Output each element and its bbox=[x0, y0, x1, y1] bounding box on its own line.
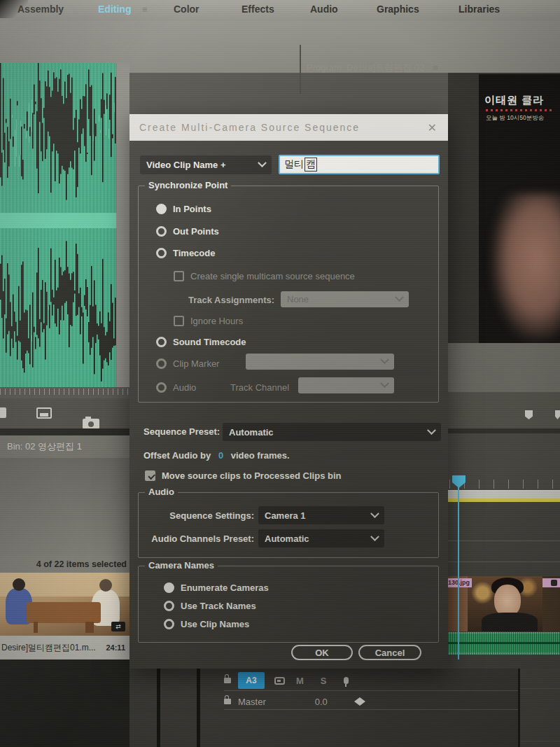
radio-timecode[interactable]: Timecode bbox=[156, 246, 215, 260]
checkbox-checked-icon[interactable] bbox=[145, 470, 155, 481]
audio-channels-label: Audio Channels Preset: bbox=[139, 533, 254, 544]
program-monitor-frame[interactable]: 이태원 클라 오늘 밤 10시50분방송 bbox=[479, 74, 560, 343]
work-area-bar[interactable] bbox=[448, 490, 560, 498]
radio-icon[interactable] bbox=[164, 619, 174, 629]
close-icon[interactable]: ✕ bbox=[428, 121, 438, 134]
radio-clip-marker[interactable]: Clip Marker bbox=[156, 356, 219, 370]
radio-use-track-names[interactable]: Use Track Names bbox=[164, 599, 256, 613]
checkbox-single-multicam[interactable]: Create single multicam source sequence bbox=[174, 269, 355, 283]
project-bin-panel[interactable] bbox=[0, 458, 130, 556]
radio-selected-icon[interactable] bbox=[164, 582, 174, 593]
radio-icon[interactable] bbox=[164, 601, 174, 611]
checkbox-ignore-hours[interactable]: Ignore Hours bbox=[174, 314, 243, 328]
track-divider bbox=[448, 540, 560, 541]
radio-icon[interactable] bbox=[156, 248, 167, 258]
playhead-line[interactable] bbox=[458, 487, 459, 659]
radio-selected-icon[interactable] bbox=[156, 204, 167, 214]
track-divider bbox=[224, 709, 518, 710]
timeline-scroll-area bbox=[520, 669, 560, 747]
track-lock-icon[interactable] bbox=[224, 678, 231, 683]
source-monitor-toolbar bbox=[0, 398, 130, 428]
panel-edge bbox=[157, 669, 160, 747]
tab-libraries[interactable]: Libraries bbox=[458, 4, 500, 15]
dialog-titlebar[interactable]: Create Multi-Camera Source Sequence ✕ bbox=[130, 114, 448, 141]
clip-frame-art bbox=[468, 576, 542, 631]
audio-channels-dropdown[interactable]: Automatic bbox=[258, 529, 384, 547]
sequence-preset-value: Automatic bbox=[229, 427, 274, 438]
radio-icon[interactable] bbox=[156, 226, 167, 237]
track-lock-icon[interactable] bbox=[224, 699, 231, 704]
offset-prefix: Offset Audio by bbox=[144, 450, 211, 461]
bin-clip-thumbnail[interactable]: ⇄ bbox=[0, 573, 130, 636]
mute-button[interactable]: M bbox=[296, 676, 304, 686]
radio-icon[interactable] bbox=[156, 337, 167, 347]
master-level-value[interactable]: 0.0 bbox=[315, 697, 328, 707]
clip-name-preset-dropdown[interactable]: Video Clip Name + bbox=[140, 155, 272, 174]
clip-figure-body bbox=[482, 613, 538, 631]
source-time-ruler[interactable] bbox=[0, 387, 130, 398]
radio-label: Use Clip Names bbox=[181, 619, 249, 629]
ok-button[interactable]: OK bbox=[291, 645, 353, 660]
tab-assembly[interactable]: Assembly bbox=[18, 4, 64, 15]
video-clip[interactable]: 0710130.jpg bbox=[448, 576, 560, 631]
camera-icon[interactable] bbox=[83, 419, 99, 429]
solo-button[interactable]: S bbox=[321, 676, 327, 686]
timeline-panel[interactable]: 0710130.jpg bbox=[448, 392, 560, 669]
panel-gap-strip bbox=[448, 343, 560, 392]
clip-label[interactable]: 0710130.jpg bbox=[448, 578, 472, 587]
workspace-menu-icon[interactable]: ≡ bbox=[142, 4, 148, 15]
offset-value-hot-text[interactable]: 0 bbox=[218, 450, 223, 461]
group-label: Camera Names bbox=[145, 560, 218, 571]
track-divider bbox=[520, 741, 560, 741]
export-frame-icon[interactable] bbox=[36, 407, 52, 419]
cancel-button[interactable]: Cancel bbox=[358, 645, 421, 660]
ruler-ticks bbox=[0, 389, 130, 395]
radio-enumerate-cameras[interactable]: Enumerate Cameras bbox=[164, 580, 269, 594]
ime-composing-text: 캠 bbox=[304, 158, 317, 172]
tab-editing[interactable]: Editing bbox=[98, 4, 131, 15]
timeline-band bbox=[448, 428, 560, 433]
radio-in-points[interactable]: In Points bbox=[156, 202, 211, 216]
radio-icon[interactable] bbox=[156, 382, 167, 393]
tab-color[interactable]: Color bbox=[174, 4, 200, 15]
radio-audio[interactable]: Audio bbox=[156, 380, 196, 394]
sequence-settings-dropdown[interactable]: Camera 1 bbox=[258, 506, 384, 524]
voiceover-record-icon[interactable] bbox=[344, 677, 349, 684]
radio-out-points[interactable]: Out Points bbox=[156, 224, 219, 238]
audio-waveform bbox=[0, 63, 116, 387]
checkbox-icon[interactable] bbox=[174, 316, 184, 326]
master-track-header: Master 0.0 bbox=[224, 692, 518, 711]
clip-label-right[interactable] bbox=[542, 578, 560, 587]
tab-audio[interactable]: Audio bbox=[310, 4, 338, 15]
tab-effects[interactable]: Effects bbox=[241, 4, 274, 15]
clip-name[interactable]: Desire]멀티캠편집01.m... bbox=[1, 642, 96, 654]
audio-clip[interactable] bbox=[448, 632, 560, 655]
sequence-preset-dropdown[interactable]: Automatic bbox=[223, 423, 441, 441]
checkbox-move-clips[interactable]: Move source clips to Processed Clips bin bbox=[145, 468, 341, 482]
sequence-settings-value: Camera 1 bbox=[265, 510, 306, 521]
panel-edge bbox=[197, 669, 200, 747]
track-a3-badge[interactable]: A3 bbox=[238, 672, 265, 689]
audio-keyframes-icon[interactable] bbox=[360, 697, 370, 706]
radio-icon[interactable] bbox=[156, 358, 167, 369]
master-track-label: Master bbox=[238, 697, 266, 707]
blurred-figure bbox=[491, 193, 560, 340]
radio-label: In Points bbox=[173, 204, 211, 214]
radio-sound-timecode[interactable]: Sound Timecode bbox=[156, 335, 246, 349]
track-divider bbox=[448, 561, 560, 562]
source-monitor-waveform-panel[interactable] bbox=[0, 63, 116, 387]
marker-icon[interactable] bbox=[525, 410, 533, 419]
chevron-down-icon bbox=[395, 293, 404, 302]
broadcast-subtitle: 오늘 밤 10시50분방송 bbox=[486, 114, 560, 123]
partial-tool-icon[interactable] bbox=[0, 407, 6, 418]
track-sync-icon[interactable] bbox=[274, 677, 285, 685]
checkbox-icon[interactable] bbox=[174, 271, 184, 281]
tab-graphics[interactable]: Graphics bbox=[377, 4, 419, 15]
dialog-title: Create Multi-Camera Source Sequence bbox=[139, 122, 360, 133]
radio-label: Use Track Names bbox=[181, 601, 256, 611]
thumbnail-head bbox=[99, 579, 112, 592]
radio-use-clip-names[interactable]: Use Clip Names bbox=[164, 617, 249, 631]
program-panel-menu-icon[interactable]: ≡ bbox=[433, 62, 438, 73]
radio-label: Enumerate Cameras bbox=[181, 582, 269, 593]
sequence-name-input[interactable]: 멀티 캠 bbox=[279, 155, 440, 174]
